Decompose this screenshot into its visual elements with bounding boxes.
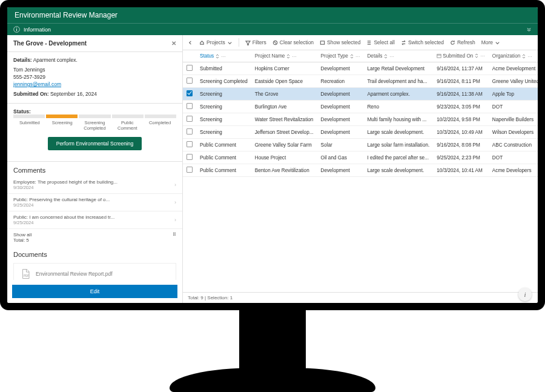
comment-row[interactable]: Public: I am concerned about the increas… <box>7 211 182 229</box>
infobar[interactable]: Information <box>7 23 538 35</box>
cell-status: Screening <box>196 101 251 113</box>
cell-status: Screening <box>196 126 251 139</box>
cell-status: Public Comment <box>196 139 251 151</box>
cell-name: Hopkins Corner <box>251 62 317 75</box>
details-label: Details: <box>13 57 32 63</box>
cell-name: Water Street Revitalization <box>251 113 317 126</box>
collapse-panel-icon[interactable] <box>188 40 193 45</box>
filters-button[interactable]: Filters <box>245 39 266 45</box>
column-header[interactable]: Project Type ··· <box>317 50 364 62</box>
status-label: Status: <box>13 108 31 115</box>
document-row[interactable]: PDF Environmental Review Report.pdf <box>13 263 176 280</box>
row-checkbox[interactable] <box>187 65 193 71</box>
cell-status: Screening <box>196 113 251 126</box>
cell-type: Recreation <box>317 75 364 88</box>
svg-rect-6 <box>437 55 441 58</box>
cell-type: Development <box>317 88 364 101</box>
comment-text: Public: Preserving the cultural heritage… <box>13 197 110 202</box>
row-checkbox[interactable] <box>187 90 193 96</box>
row-checkbox[interactable] <box>187 103 193 109</box>
switch-selected-button[interactable]: Switch selected <box>401 39 444 45</box>
comment-text: Public: I am concerned about the increas… <box>13 214 114 220</box>
refresh-button[interactable]: Refresh <box>450 39 475 45</box>
row-checkbox[interactable] <box>187 154 193 160</box>
chevron-right-icon: › <box>174 217 176 223</box>
cell-org: Greene Valley United <box>489 75 538 88</box>
row-checkbox[interactable] <box>187 116 193 122</box>
row-checkbox[interactable] <box>187 78 193 84</box>
cell-type: Development <box>317 62 364 75</box>
cell-details: I edited the parcel after se... <box>363 151 433 164</box>
cell-name: Jefferson Street Develop... <box>251 126 317 139</box>
cell-submitted: 9/16/2024, 8:11 PM <box>433 75 489 88</box>
cell-submitted: 10/3/2024, 10:49 AM <box>433 126 489 139</box>
cell-type: Development <box>317 113 364 126</box>
show-all-link[interactable]: Show all <box>13 232 31 238</box>
grid-toolbar: Projects Filters Clear selection Show se… <box>183 35 538 50</box>
status-steps: Submitted Screening Screening Completed … <box>13 120 176 131</box>
table-row[interactable]: SubmittedHopkins CornerDevelopmentLarge … <box>183 62 538 75</box>
row-checkbox[interactable] <box>187 128 193 135</box>
edit-button[interactable]: Edit <box>12 285 177 298</box>
cell-submitted: 9/16/2024, 11:37 AM <box>433 62 489 75</box>
table-row[interactable]: ScreeningJefferson Street Develop...Deve… <box>183 126 538 139</box>
column-header[interactable]: Organization ··· <box>489 50 538 62</box>
select-all-button[interactable]: Select all <box>366 39 395 45</box>
projects-dropdown[interactable]: Projects <box>199 39 233 45</box>
panel-close-icon[interactable]: ✕ <box>171 40 176 47</box>
more-dropdown[interactable]: More <box>481 39 500 45</box>
cell-org: Acme Development <box>489 62 538 75</box>
cell-details: Aparment complex. <box>363 88 433 101</box>
table-row[interactable]: ScreeningBurlington AveDevelopmentReno9/… <box>183 101 538 113</box>
cell-status: Public Comment <box>196 151 251 164</box>
table-row[interactable]: ScreeningWater Street RevitalizationDeve… <box>183 113 538 126</box>
table-row[interactable]: Screening CompletedEastside Open SpaceRe… <box>183 75 538 88</box>
cell-status: Screening <box>196 88 251 101</box>
comment-date: 9/30/2024 <box>13 185 117 190</box>
column-header[interactable]: Status ··· <box>196 50 251 62</box>
comment-date: 9/25/2024 <box>13 220 114 225</box>
clear-selection-button[interactable]: Clear selection <box>272 39 314 45</box>
cell-status: Submitted <box>196 62 251 75</box>
cell-type: Development <box>317 164 364 177</box>
comment-row[interactable]: Employee: The proposed height of the bui… <box>7 176 182 194</box>
comment-text: Employee: The proposed height of the bui… <box>13 179 117 185</box>
column-header[interactable]: Submitted On ··· <box>433 50 489 62</box>
cell-submitted: 10/2/2024, 9:58 PM <box>433 113 489 126</box>
row-checkbox[interactable] <box>187 141 193 147</box>
cell-type: Development <box>317 101 364 113</box>
cell-submitted: 9/25/2024, 2:23 PM <box>433 151 489 164</box>
projects-grid[interactable]: Status ···Project Name ···Project Type ·… <box>183 50 538 292</box>
info-icon <box>13 26 20 33</box>
table-row[interactable]: Public CommentHouse ProjectOil and GasI … <box>183 151 538 164</box>
details-value: Aparment complex. <box>33 57 78 63</box>
cell-submitted: 9/16/2024, 11:38 AM <box>433 88 489 101</box>
table-row[interactable]: ScreeningThe GroveDevelopmentAparment co… <box>183 88 538 101</box>
cell-name: The Grove <box>251 88 317 101</box>
comment-row[interactable]: Public: Preserving the cultural heritage… <box>7 194 182 211</box>
contact-email[interactable]: jennings@email.com <box>13 81 61 87</box>
cell-details: Trail development and ha... <box>363 75 433 88</box>
comment-date: 9/25/2024 <box>13 202 110 208</box>
documents-title: Documents <box>7 246 182 261</box>
table-row[interactable]: Public CommentGreene Valley Solar FarmSo… <box>183 139 538 151</box>
table-row[interactable]: Public CommentBenton Ave RevitilizationD… <box>183 164 538 177</box>
status-progress <box>13 115 176 118</box>
document-name: Environmental Review Report.pdf <box>36 271 113 277</box>
cell-status: Screening Completed <box>196 75 251 88</box>
pdf-icon: PDF <box>20 268 31 279</box>
expand-icon[interactable]: ⠿ <box>173 232 176 243</box>
submitted-on-label: Submitted On: <box>13 91 49 97</box>
show-selected-button[interactable]: Show selected <box>320 39 360 45</box>
cell-type: Solar <box>317 139 364 151</box>
cell-org: Apple Top <box>489 88 538 101</box>
info-fab[interactable]: i <box>518 288 532 301</box>
row-checkbox[interactable] <box>187 167 193 173</box>
perform-screening-button[interactable]: Perform Environmental Screening <box>48 137 142 150</box>
collapse-icon[interactable] <box>526 27 532 32</box>
cell-details: Multi family housing with ... <box>363 113 433 126</box>
column-header[interactable]: Project Name ··· <box>251 50 317 62</box>
cell-details: Large scale development. <box>363 164 433 177</box>
column-header[interactable]: Details ··· <box>363 50 433 62</box>
infobar-label: Information <box>24 27 51 33</box>
